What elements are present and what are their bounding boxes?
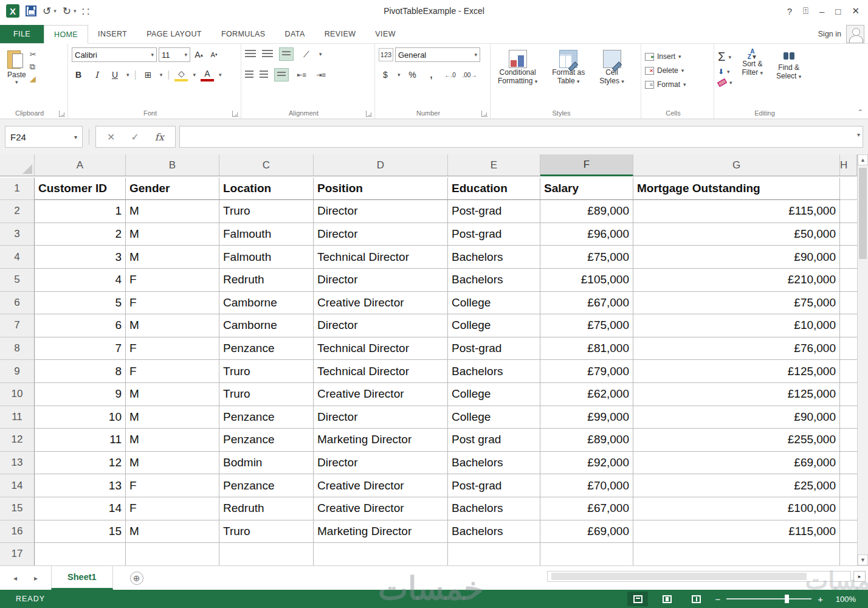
cell-F2[interactable]: £89,000 [540,200,633,223]
ribbon-tab-data[interactable]: DATA [275,25,315,43]
cell-G15[interactable]: £100,000 [633,497,840,520]
ribbon-display-options-icon[interactable]: ⍐ [803,5,808,16]
row-header-5[interactable]: 5 [0,269,35,292]
cell-E12[interactable]: Post grad [448,429,540,452]
row-header-13[interactable]: 13 [0,452,35,475]
cell-A9[interactable]: 8 [35,360,126,383]
cell-E9[interactable]: Bachelors [448,360,540,383]
align-center-icon[interactable] [260,71,268,79]
cell-B6[interactable]: F [126,292,219,315]
number-format-combo[interactable]: General▾ [395,47,480,62]
ribbon-tab-insert[interactable]: INSERT [88,25,137,43]
font-name-combo[interactable]: Calibri▾ [72,47,157,62]
cell-B4[interactable]: M [126,246,219,269]
row-header-10[interactable]: 10 [0,383,35,406]
cell-G9[interactable]: £125,000 [633,360,840,383]
name-box[interactable]: F24▾ [5,126,83,148]
cell-D13[interactable]: Director [314,452,448,475]
cell-D4[interactable]: Technical Director [314,246,448,269]
row-header-11[interactable]: 11 [0,406,35,429]
cell-D10[interactable]: Creative Director [314,383,448,406]
cell-E17[interactable] [448,543,540,566]
underline-button[interactable]: U [108,68,122,81]
increase-indent-icon[interactable]: ⇥≡ [314,68,328,81]
cell-C17[interactable] [219,543,314,566]
column-header-b[interactable]: B [126,154,219,176]
cell-B15[interactable]: F [126,497,219,520]
bold-button[interactable]: B [72,68,85,81]
fill-color-dropdown-icon[interactable]: ▾ [193,72,196,78]
font-color-icon[interactable]: A [201,68,214,81]
cell-D8[interactable]: Technical Director [314,337,448,361]
cell-C1[interactable]: Location [219,178,314,201]
cell-G14[interactable]: £25,000 [633,474,840,497]
cell-A5[interactable]: 4 [35,269,126,292]
cell-C9[interactable]: Truro [219,360,314,383]
merge-center-icon[interactable] [274,68,289,81]
align-bottom-icon[interactable] [279,47,294,61]
cell-B14[interactable]: F [126,474,219,497]
vertical-scroll-thumb[interactable] [859,168,867,259]
row-header-17[interactable]: 17 [0,543,35,566]
column-header-c[interactable]: C [219,154,314,176]
cell-h7[interactable] [840,314,857,337]
number-format-icon[interactable]: 123 [379,48,393,61]
cell-F15[interactable]: £67,000 [540,497,633,520]
vertical-scrollbar[interactable]: ▲ ▼ [857,154,868,565]
cell-F1[interactable]: Salary [540,178,633,201]
horizontal-scrollbar[interactable] [547,571,851,582]
cell-B1[interactable]: Gender [126,178,219,201]
minimize-button[interactable]: – [819,6,824,16]
borders-dropdown-icon[interactable]: ▾ [160,72,163,78]
cell-C16[interactable]: Truro [219,520,314,544]
cell-E10[interactable]: College [448,383,540,406]
cell-E5[interactable]: Bachelors [448,269,540,292]
sheet-nav-right-icon[interactable]: ▸ [34,574,38,582]
cell-D15[interactable]: Creative Director [314,497,448,520]
cell-A11[interactable]: 10 [35,406,126,429]
format-cells-button[interactable]: Format▾ [645,80,710,89]
cell-F16[interactable]: £69,000 [540,520,633,544]
ribbon-tab-view[interactable]: VIEW [365,25,405,43]
font-dialog-launcher-icon[interactable] [232,111,238,117]
borders-icon[interactable]: ⊞ [142,68,155,81]
cell-F6[interactable]: £67,000 [540,292,633,315]
cell-G4[interactable]: £90,000 [633,246,840,269]
scroll-down-icon[interactable]: ▼ [858,554,868,565]
cell-A3[interactable]: 2 [35,223,126,246]
cancel-entry-icon[interactable]: ✕ [107,131,115,143]
cell-h12[interactable] [840,429,857,452]
cell-E6[interactable]: College [448,292,540,315]
hscroll-right-icon[interactable]: ▸ [853,571,866,582]
sheet-tab-sheet1[interactable]: Sheet1 [51,566,113,590]
clipboard-dialog-launcher-icon[interactable] [59,111,65,117]
cell-C10[interactable]: Truro [219,383,314,406]
cell-D1[interactable]: Position [314,178,448,201]
ribbon-tab-home[interactable]: HOME [44,25,88,44]
decrease-decimal-icon[interactable]: .00→ [463,68,477,81]
cell-A8[interactable]: 7 [35,337,126,361]
cell-styles-button[interactable]: Cell Styles ▾ [596,49,628,86]
cell-G13[interactable]: £69,000 [633,452,840,475]
ribbon-tab-review[interactable]: REVIEW [315,25,366,43]
cell-E4[interactable]: Bachelors [448,246,540,269]
cell-D12[interactable]: Marketing Director [314,429,448,452]
cell-A4[interactable]: 3 [35,246,126,269]
font-size-combo[interactable]: 11▾ [159,47,190,62]
cell-D5[interactable]: Director [314,269,448,292]
cell-F9[interactable]: £79,000 [540,360,633,383]
collapse-ribbon-icon[interactable]: ⌃ [858,108,863,116]
cell-E3[interactable]: Post-grad [448,223,540,246]
cell-G8[interactable]: £76,000 [633,337,840,361]
cell-h10[interactable] [840,383,857,406]
cell-G12[interactable]: £255,000 [633,429,840,452]
underline-dropdown-icon[interactable]: ▾ [126,72,129,78]
cell-C8[interactable]: Penzance [219,337,314,361]
cell-C12[interactable]: Penzance [219,429,314,452]
cell-E13[interactable]: Bachelors [448,452,540,475]
zoom-slider[interactable] [726,598,811,599]
cell-h17[interactable] [840,543,857,566]
cell-G1[interactable]: Mortgage Outstanding [633,178,840,201]
cell-C6[interactable]: Camborne [219,292,314,315]
cell-A13[interactable]: 12 [35,452,126,475]
